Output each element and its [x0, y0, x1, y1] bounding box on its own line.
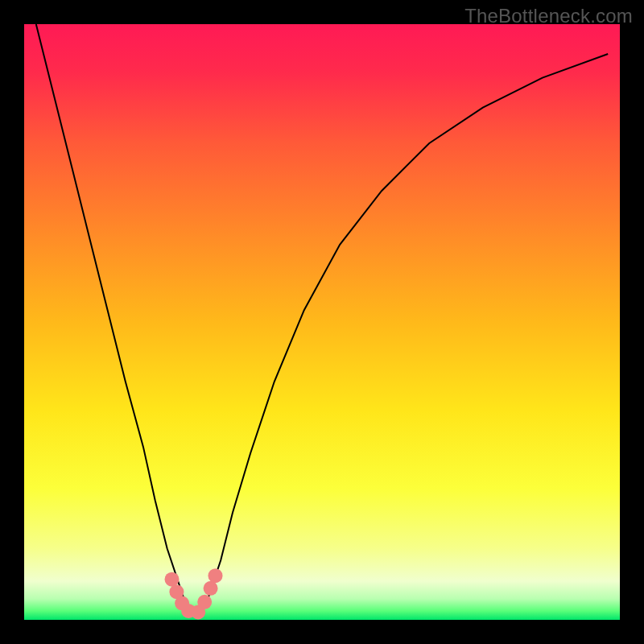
chart-svg [24, 24, 620, 620]
plot-area [24, 24, 620, 620]
marker-dot [208, 568, 223, 583]
marker-dot [165, 572, 180, 587]
chart-frame: TheBottleneck.com [0, 0, 644, 644]
marker-dot [197, 595, 212, 609]
gradient-background [24, 24, 620, 620]
marker-dot [204, 581, 218, 596]
